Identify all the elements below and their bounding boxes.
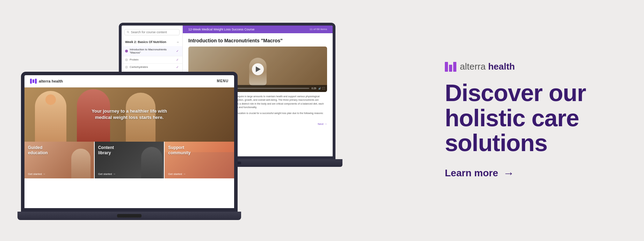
brand-logo-icon xyxy=(445,62,456,72)
search-icon xyxy=(127,31,129,34)
logo-bar-2 xyxy=(32,79,34,83)
play-button[interactable] xyxy=(252,63,264,75)
logo-bar-1 xyxy=(30,79,32,84)
course-top-bar: 12-Week Medical Weight Loss Success Cour… xyxy=(183,26,333,33)
brand-bar-1 xyxy=(445,62,448,72)
card-title-library: Content library xyxy=(98,145,161,156)
laptop-front-screen: alterra health MENU Y xyxy=(21,72,238,212)
course-item-macros[interactable]: Introduction to Macronutrients "Macros" … xyxy=(122,46,182,56)
learn-more-button[interactable]: Learn more → xyxy=(445,167,514,180)
card-content-education: Guided education xyxy=(24,142,94,156)
play-triangle-icon xyxy=(256,66,261,72)
brand-bar-3 xyxy=(453,62,456,72)
text-section: alterra health Discover our holistic car… xyxy=(424,61,616,179)
arrow-right-icon: → xyxy=(503,167,514,180)
course-week-header: Week 2: Basics Of Nutrition − xyxy=(122,38,182,46)
site-card-education[interactable]: Guided education Get started → xyxy=(24,142,95,178)
site-cards: Guided education Get started → Content l… xyxy=(24,142,234,178)
site-card-community[interactable]: Support community Get started → xyxy=(165,142,234,178)
fullscreen-icon[interactable]: ⛶ xyxy=(323,87,325,90)
card-content-community: Support community xyxy=(165,142,234,156)
learn-more-label: Learn more xyxy=(445,168,498,179)
site-logo: alterra health xyxy=(30,79,63,84)
course-item-carbs[interactable]: Carbohydrates ✓ xyxy=(122,64,182,71)
video-icon-2 xyxy=(125,58,128,61)
card-title-education: Guided education xyxy=(28,145,91,156)
site-nav: alterra health MENU xyxy=(24,75,234,87)
course-content-title: Introduction to Macronutrients "Macros" xyxy=(188,37,327,44)
hero-person-1 xyxy=(35,91,66,142)
hero-text: Your journey to a healthier life with me… xyxy=(92,108,167,121)
alterra-site: alterra health MENU Y xyxy=(24,75,234,208)
card-title-community: Support community xyxy=(168,145,231,156)
course-search-input[interactable] xyxy=(131,30,177,34)
card-cta-community[interactable]: Get started → xyxy=(168,172,186,176)
svg-line-1 xyxy=(129,33,129,33)
brand-bar-2 xyxy=(449,65,452,72)
logo-bar-3 xyxy=(35,79,37,84)
menu-button[interactable]: MENU xyxy=(217,79,229,83)
video-controls: 🔊 ⛶ xyxy=(318,87,325,90)
card-cta-library[interactable]: Get started → xyxy=(98,172,116,176)
brand-logo-text: alterra health xyxy=(460,61,515,72)
card-content-library: Content library xyxy=(95,142,164,156)
main-headline: Discover our holistic care solutions xyxy=(445,80,616,155)
video-icon-3 xyxy=(125,66,128,69)
next-button[interactable]: Next → xyxy=(318,122,327,126)
course-search[interactable] xyxy=(124,29,180,35)
site-logo-text: alterra health xyxy=(39,79,63,83)
svg-point-0 xyxy=(127,31,129,33)
card-cta-education[interactable]: Get started → xyxy=(28,172,45,176)
laptop-front-base xyxy=(17,212,241,220)
page-container: Week 2: Basics Of Nutrition − Introducti… xyxy=(0,0,644,241)
site-card-library[interactable]: Content library Get started → xyxy=(95,142,165,178)
site-logo-icon xyxy=(30,79,37,84)
volume-icon[interactable]: 🔊 xyxy=(318,87,321,90)
brand-logo: alterra health xyxy=(445,61,616,72)
devices-section: Week 2: Basics Of Nutrition − Introducti… xyxy=(21,9,370,233)
laptop-front: alterra health MENU Y xyxy=(21,72,238,222)
site-hero: Your journey to a healthier life with me… xyxy=(24,87,234,142)
course-item-protein[interactable]: Protein ✓ xyxy=(122,56,182,64)
video-icon xyxy=(125,50,128,52)
